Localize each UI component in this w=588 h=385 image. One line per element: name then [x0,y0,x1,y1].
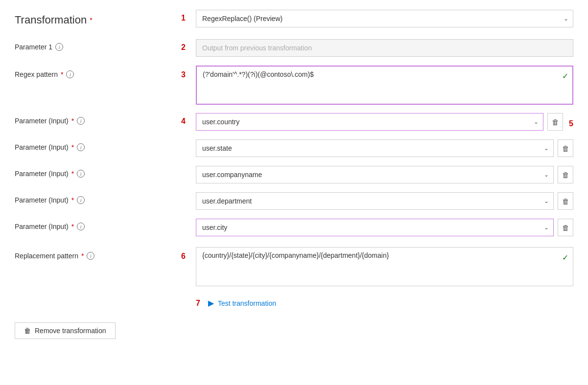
param-input-2-delete-button[interactable]: 🗑 [558,139,573,157]
param-input-3-select[interactable]: user.companyname [196,166,554,183]
replacement-pattern-textarea[interactable]: {country}/{state}/{city}/{companyname}/{… [196,247,573,286]
test-transformation-button[interactable]: Test transformation [218,299,276,307]
param-input-4-select[interactable]: user.department [196,192,554,210]
replacement-check-icon: ✓ [562,253,568,262]
remove-transformation-button[interactable]: 🗑 Remove transformation [15,322,116,339]
regex-pattern-textarea[interactable]: (?'domain'^.*?)(?i)(@contoso\.com)$ [196,66,573,105]
regex-check-icon: ✓ [562,71,568,81]
param-input-3-info-icon[interactable]: i [77,170,85,178]
param-input-3-delete-button[interactable]: 🗑 [558,166,573,183]
step-4-number: 4 [181,117,186,126]
param-input-4-delete-button[interactable]: 🗑 [558,192,573,210]
param-input-1-info-icon[interactable]: i [77,117,85,125]
param-input-2-required: * [71,143,74,151]
param-input-5-info-icon[interactable]: i [77,223,85,230]
param-input-1-delete-button[interactable]: 🗑 [547,113,563,131]
regex-pattern-label: Regex pattern [15,70,58,78]
param-input-3-required: * [71,170,74,178]
param-input-1-label: Parameter (Input) [15,117,69,125]
param-input-2-label: Parameter (Input) [15,143,69,151]
step-2-number: 2 [181,43,186,52]
param-input-4-info-icon[interactable]: i [77,196,85,204]
param-input-5-label: Parameter (Input) [15,223,69,230]
param-input-4-label: Parameter (Input) [15,196,69,204]
regex-info-icon[interactable]: i [66,70,74,78]
replacement-info-icon[interactable]: i [87,252,94,260]
step-7-number: 7 [196,299,200,308]
param-input-4-required: * [71,196,74,204]
page-title: Transformation [15,14,87,26]
param-input-5-select[interactable]: user.city [196,219,554,236]
parameter1-info-icon[interactable]: i [55,43,63,51]
remove-icon: 🗑 [24,327,31,335]
param-input-5-delete-button[interactable]: 🗑 [558,219,573,236]
param-input-2-select[interactable]: user.state [196,139,554,157]
parameter1-input[interactable] [196,39,573,57]
transformation-select[interactable]: RegexReplace() (Preview) [196,10,573,27]
regex-required-star: * [61,70,63,78]
parameter1-label: Parameter 1 [15,43,52,51]
play-icon: ▶ [208,298,214,308]
remove-transformation-label: Remove transformation [35,327,106,335]
param-input-1-select[interactable]: user.country [196,113,543,131]
step-5-number: 5 [569,115,573,128]
param-input-3-label: Parameter (Input) [15,170,69,178]
step-3-number: 3 [181,70,186,79]
test-transformation-row: 7 ▶ Test transformation [196,298,573,308]
step-6-number: 6 [181,252,186,261]
param-input-5-required: * [71,223,74,230]
param-input-2-info-icon[interactable]: i [77,143,85,151]
step-1-number: 1 [181,14,186,23]
title-required-star: * [90,16,92,24]
replacement-required-star: * [81,252,84,260]
replacement-pattern-label: Replacement pattern [15,252,78,260]
param-input-1-required: * [71,117,74,125]
